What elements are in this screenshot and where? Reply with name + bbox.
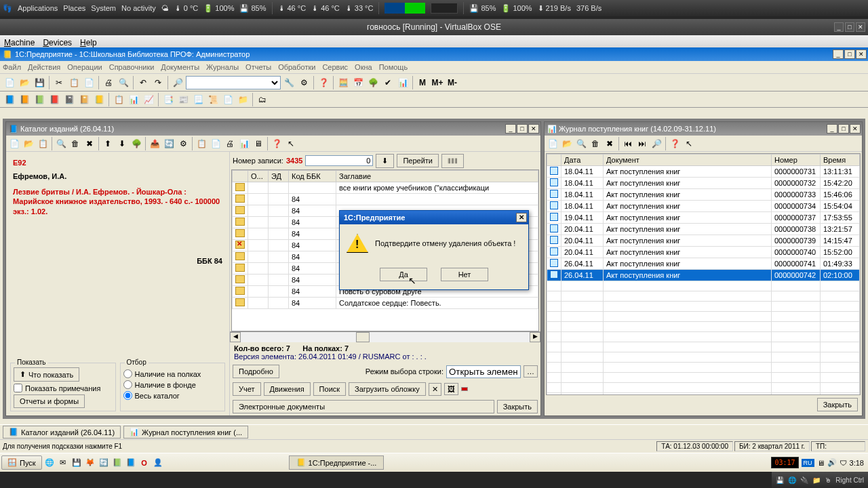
mode-more-button[interactable]: … bbox=[524, 365, 538, 378]
radio-shelves[interactable]: Наличие на полках bbox=[123, 369, 222, 378]
table-row[interactable]: 18.04.11Акт поступления книг000000073215… bbox=[547, 178, 860, 189]
places-menu[interactable]: Places bbox=[63, 4, 85, 12]
tb2-icon[interactable]: 📒 bbox=[92, 93, 106, 106]
jrn-tb-icon[interactable]: 🔎 bbox=[650, 137, 663, 150]
jrn-tb-icon[interactable]: ✖ bbox=[603, 137, 616, 150]
menu-file[interactable]: Файл bbox=[3, 63, 21, 71]
jrn-tb-icon[interactable]: 📂 bbox=[560, 137, 574, 150]
graph-applet[interactable] bbox=[384, 3, 425, 14]
catalog-titlebar[interactable]: 📘 Каталог изданий (26.04.11) _ □ ✕ bbox=[6, 122, 540, 136]
props-icon[interactable]: 📊 bbox=[396, 76, 410, 89]
vbox-close-button[interactable]: ✕ bbox=[856, 22, 865, 32]
tb2-icon[interactable]: 📔 bbox=[77, 93, 91, 106]
table-row[interactable]: 84 bbox=[233, 194, 538, 205]
table-row[interactable]: 20.04.11Акт поступления книг000000073813… bbox=[547, 224, 860, 235]
tb2-icon[interactable]: 📜 bbox=[206, 93, 220, 106]
find-icon[interactable]: 🔎 bbox=[171, 76, 184, 89]
tb2-icon[interactable]: 📁 bbox=[236, 93, 250, 106]
tray-clock[interactable]: 3:18 bbox=[850, 459, 864, 467]
tb2-icon[interactable]: 📕 bbox=[47, 93, 61, 106]
tray-icon[interactable]: 🔊 bbox=[827, 458, 837, 467]
menu-journals[interactable]: Журналы bbox=[206, 63, 239, 71]
table-row[interactable]: 84Солдатское сердце: Повесть. bbox=[233, 298, 538, 309]
cat-tb-icon[interactable]: ⬆ bbox=[101, 137, 115, 150]
catalog-hscroll[interactable]: ◀▶ bbox=[230, 331, 540, 342]
cat-tb-icon[interactable]: 🌳 bbox=[130, 137, 143, 150]
jrn-tb-pointer-icon[interactable]: ↖ bbox=[682, 137, 696, 150]
what-to-show-button[interactable]: ⬆ Что показать bbox=[14, 367, 79, 382]
goto-down-button[interactable]: ⬇ bbox=[376, 154, 394, 168]
mode-select[interactable] bbox=[446, 365, 521, 378]
print-icon[interactable]: 🖨 bbox=[102, 76, 115, 89]
journal-min-button[interactable]: _ bbox=[827, 124, 837, 134]
m-button[interactable]: M bbox=[416, 76, 429, 89]
jrn-tb-icon[interactable]: 🗑 bbox=[589, 137, 602, 150]
dialog-close-button[interactable]: ✕ bbox=[516, 213, 527, 222]
goto-button[interactable]: Перейти bbox=[397, 154, 439, 167]
start-button[interactable]: 🪟 Пуск bbox=[1, 455, 42, 470]
movements-button[interactable]: Движения bbox=[264, 382, 311, 396]
mdi-tab-journal[interactable]: 📊 Журнал поступления книг (... bbox=[123, 426, 248, 439]
jrn-tb-icon[interactable]: ⏭ bbox=[635, 137, 649, 150]
ql-save-icon[interactable]: 💾 bbox=[71, 457, 83, 469]
jrn-tb-icon[interactable]: 📄 bbox=[546, 137, 559, 150]
cat-tb-icon[interactable]: ⚙ bbox=[176, 137, 190, 150]
tray-lang[interactable]: RU bbox=[802, 459, 814, 467]
menu-refs[interactable]: Справочники bbox=[109, 63, 155, 71]
table-row[interactable]: 20.04.11Акт поступления книг000000074015… bbox=[547, 247, 860, 258]
show-notes-checkbox[interactable]: Показать примечания bbox=[14, 384, 113, 392]
tb2-icon[interactable]: 📈 bbox=[142, 93, 155, 106]
cut-icon[interactable]: ✂ bbox=[52, 76, 66, 89]
app-maximize-button[interactable]: □ bbox=[844, 49, 855, 59]
weather-icon[interactable]: 🌤 bbox=[161, 4, 169, 12]
tool-icon[interactable]: 🔧 bbox=[282, 76, 296, 89]
tb2-icon[interactable]: 📰 bbox=[176, 93, 190, 106]
tray-icon[interactable]: 🖥 bbox=[817, 459, 825, 467]
cat-tb-icon[interactable]: 🔄 bbox=[162, 137, 176, 150]
journal-close-button[interactable]: Закрыть bbox=[817, 398, 858, 411]
search-button[interactable]: Поиск bbox=[313, 382, 346, 396]
radio-fund[interactable]: Наличие в фонде bbox=[123, 380, 222, 389]
menu-operations[interactable]: Операции bbox=[67, 63, 102, 71]
catalog-max-button[interactable]: □ bbox=[517, 124, 528, 134]
ql-excel-icon[interactable]: 📗 bbox=[111, 457, 123, 469]
save-icon[interactable]: 💾 bbox=[33, 76, 46, 89]
tool2-icon[interactable]: ⚙ bbox=[297, 76, 311, 89]
barcode-button[interactable]: ⦀⦀⦀ bbox=[441, 154, 464, 168]
cover-x-button[interactable]: ✕ bbox=[429, 383, 441, 396]
catalog-close-button[interactable]: ✕ bbox=[528, 124, 539, 134]
ql-refresh-icon[interactable]: 🔄 bbox=[98, 457, 110, 469]
menu-service[interactable]: Сервис bbox=[322, 63, 348, 71]
copy-icon[interactable]: 📋 bbox=[67, 76, 81, 89]
tb2-icon[interactable]: 📓 bbox=[62, 93, 76, 106]
menu-reports[interactable]: Отчеты bbox=[245, 63, 271, 71]
cat-tb-icon[interactable]: 🖨 bbox=[223, 137, 237, 150]
edoc-button[interactable]: Электронные документы bbox=[233, 400, 494, 413]
tb2-icon[interactable]: 📊 bbox=[127, 93, 140, 106]
cat-tb-icon[interactable]: 🖥 bbox=[252, 137, 265, 150]
cat-tb-help-icon[interactable]: ❓ bbox=[270, 137, 283, 150]
vbox-menu-devices[interactable]: Devices bbox=[43, 38, 72, 47]
tray-icon[interactable]: 🛡 bbox=[840, 459, 847, 467]
tree-icon[interactable]: 🌳 bbox=[366, 76, 380, 89]
cat-tb-icon[interactable]: 📂 bbox=[22, 137, 35, 150]
app-close-button[interactable]: ✕ bbox=[856, 49, 867, 59]
check-icon[interactable]: ✔ bbox=[381, 76, 395, 89]
ql-firefox-icon[interactable]: 🦊 bbox=[84, 457, 96, 469]
table-row[interactable]: 20.04.11Акт поступления книг000000073914… bbox=[547, 235, 860, 247]
ql-mail-icon[interactable]: ✉ bbox=[57, 457, 69, 469]
table-row[interactable]: 18.04.11Акт поступления книг000000073415… bbox=[547, 201, 860, 212]
tb2-icon[interactable]: 📄 bbox=[221, 93, 235, 106]
new-icon[interactable]: 📄 bbox=[3, 76, 16, 89]
vbox-maximize-button[interactable]: □ bbox=[845, 22, 854, 32]
menu-windows[interactable]: Окна bbox=[355, 63, 372, 71]
cat-tb-icon[interactable]: 📋 bbox=[195, 137, 208, 150]
journal-grid[interactable]: Дата Документ Номер Время 18.04.11Акт по… bbox=[546, 153, 861, 395]
vbox-menu-help[interactable]: Help bbox=[80, 38, 97, 47]
search-dropdown[interactable] bbox=[186, 76, 281, 89]
catalog-close-button[interactable]: Закрыть bbox=[497, 400, 538, 413]
system-menu[interactable]: System bbox=[91, 4, 116, 12]
menu-processing[interactable]: Обработки bbox=[278, 63, 315, 71]
cover-img-button[interactable]: 🖼 bbox=[444, 383, 458, 395]
menu-actions[interactable]: Действия bbox=[28, 63, 60, 71]
